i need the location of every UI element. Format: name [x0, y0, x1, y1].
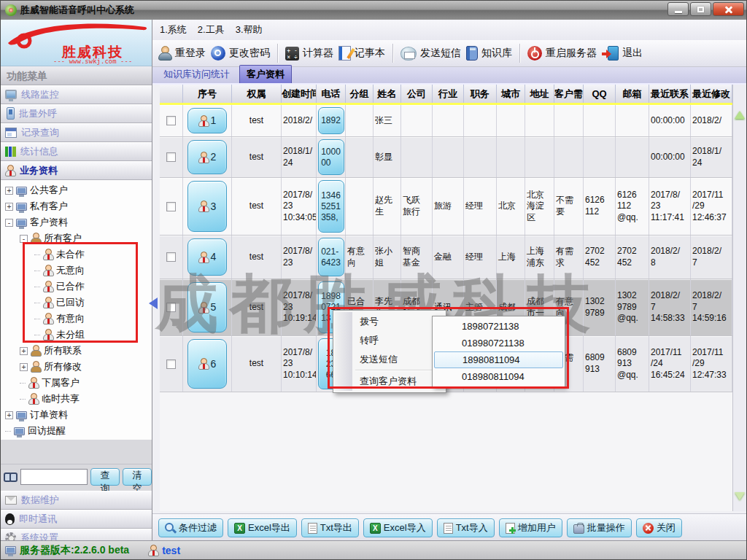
menu-item-1[interactable]: 2.工具 — [198, 23, 225, 36]
maximize-button[interactable] — [690, 2, 711, 16]
row-checkbox[interactable] — [166, 152, 176, 162]
phone-cell-button[interactable]: 1346 5251 358, — [318, 180, 344, 233]
sidebar-item-1[interactable]: 批量外呼 — [1, 104, 152, 123]
query-button[interactable]: 查询 — [90, 468, 120, 486]
column-header-12[interactable]: QQ — [584, 85, 616, 103]
tree-item-0[interactable]: +公共客户 — [1, 182, 152, 198]
sidebar-bottom-item-1[interactable]: 即时通讯 — [1, 510, 152, 529]
bottom-button-7[interactable]: 关闭 — [636, 518, 682, 537]
sidebar-bottom-item-0[interactable]: 数据维护 — [1, 491, 152, 510]
column-header-3[interactable]: 电话 — [317, 85, 346, 103]
tree-item-12[interactable]: 下属客户 — [1, 375, 152, 391]
tree-expander[interactable]: + — [5, 203, 13, 211]
phone-cell-button[interactable]: 1892 — [318, 107, 344, 134]
tree-item-7[interactable]: 已回访 — [1, 295, 152, 311]
tree-item-8[interactable]: 有意向 — [1, 311, 152, 327]
tree-item-6[interactable]: 已合作 — [1, 279, 152, 295]
row-checkbox[interactable] — [166, 359, 176, 369]
submenu-item-0[interactable]: 18980721138 — [434, 318, 563, 335]
tree-item-5[interactable]: 无意向 — [1, 262, 152, 279]
scroll-down-arrow[interactable] — [735, 492, 745, 505]
tree-expander[interactable]: + — [5, 411, 13, 419]
tree-item-14[interactable]: +订单资料 — [1, 407, 152, 423]
row-checkbox[interactable] — [166, 252, 176, 262]
sidebar-item-2[interactable]: 记录查询 — [1, 123, 152, 142]
toolbar-button-5[interactable]: 知识库 — [466, 46, 512, 61]
row-seq-button[interactable]: 5 — [187, 282, 227, 332]
row-checkbox[interactable] — [166, 303, 176, 312]
column-header-2[interactable]: 创建时间 — [282, 85, 317, 103]
column-header-9[interactable]: 城市 — [497, 85, 525, 103]
tree-item-3[interactable]: -所有客户 — [1, 230, 152, 246]
tree-expander[interactable]: - — [20, 235, 28, 243]
bottom-button-1[interactable]: Excel导出 — [228, 518, 297, 537]
submenu-item-1[interactable]: 018980721138 — [434, 335, 563, 351]
clear-button[interactable]: 清空 — [123, 468, 152, 486]
context-menu-item-3[interactable]: 查询客户资料 — [333, 372, 446, 391]
search-input[interactable] — [20, 469, 88, 485]
column-header-0[interactable]: 序号 — [183, 85, 232, 103]
toolbar-button-6[interactable]: 重启服务器 — [527, 46, 597, 61]
bottom-button-4[interactable]: Txt导入 — [437, 518, 495, 537]
row-seq-button[interactable]: 6 — [187, 339, 227, 389]
row-seq-button[interactable]: 2 — [187, 140, 227, 174]
context-menu-item-0[interactable]: 拨号 — [333, 312, 446, 331]
row-seq-button[interactable]: 4 — [187, 238, 227, 276]
tab-1[interactable]: 客户资料 — [239, 65, 292, 83]
column-header-10[interactable]: 地址 — [525, 85, 554, 103]
tree-item-9[interactable]: 未分组 — [1, 327, 152, 343]
table-scrollbar[interactable] — [732, 85, 746, 511]
bottom-button-5[interactable]: 增加用户 — [499, 518, 562, 537]
tree-item-4[interactable]: 未合作 — [1, 246, 152, 262]
tab-0[interactable]: 知识库访问统计 — [157, 66, 236, 83]
tree-item-11[interactable]: +所有修改 — [1, 359, 152, 375]
phone-cell-button[interactable]: 1000 00 — [318, 139, 344, 175]
submenu-item-2[interactable]: 18980811094 — [434, 351, 563, 368]
column-header-14[interactable]: 最近联系 — [649, 85, 691, 103]
column-header-15[interactable]: 最近修改 — [691, 85, 732, 103]
minimize-button[interactable] — [667, 2, 689, 16]
menu-item-0[interactable]: 1.系统 — [160, 23, 187, 36]
tree-item-15[interactable]: 回访提醒 — [1, 423, 152, 439]
row-seq-button[interactable]: 1 — [187, 108, 227, 133]
tree-item-1[interactable]: +私有客户 — [1, 198, 152, 214]
tree-expander[interactable]: + — [20, 363, 28, 371]
tree-expander[interactable]: + — [20, 347, 28, 355]
sidebar-item-3[interactable]: 统计信息 — [1, 142, 152, 161]
column-header-8[interactable]: 职务 — [464, 85, 497, 103]
context-menu-item-1[interactable]: 转呼 — [333, 331, 446, 350]
tree-item-10[interactable]: +所有联系 — [1, 343, 152, 359]
phone-cell-button[interactable]: 021- 6423 — [318, 238, 344, 276]
column-header-13[interactable]: 邮箱 — [616, 85, 649, 103]
toolbar-button-1[interactable]: 更改密码 — [211, 46, 270, 61]
row-checkbox[interactable] — [166, 202, 176, 211]
sidebar-item-business-data[interactable]: 业务资料 — [1, 161, 152, 180]
column-header-11[interactable]: 客户需求 — [554, 85, 584, 103]
column-header-1[interactable]: 权属 — [232, 85, 282, 103]
menu-item-2[interactable]: 3.帮助 — [236, 23, 263, 36]
bottom-button-2[interactable]: Txt导出 — [301, 518, 359, 537]
column-header-4[interactable]: 分组 — [346, 85, 374, 103]
toolbar-button-3[interactable]: 记事本 — [338, 46, 385, 61]
bottom-button-6[interactable]: 批量操作 — [567, 518, 632, 537]
toolbar-button-2[interactable]: 计算器 — [285, 47, 333, 61]
close-button[interactable] — [713, 2, 744, 16]
toolbar-button-7[interactable]: 退出 — [602, 46, 643, 61]
column-header-6[interactable]: 公司 — [401, 85, 433, 103]
sidebar-item-0[interactable]: 线路监控 — [1, 85, 152, 104]
toolbar-button-0[interactable]: 重登录 — [158, 46, 206, 61]
tree-item-2[interactable]: -客户资料 — [1, 214, 152, 230]
submenu-item-3[interactable]: 018980811094 — [434, 368, 563, 385]
bottom-button-3[interactable]: Excel导入 — [363, 518, 433, 537]
tree-item-13[interactable]: 临时共享 — [1, 391, 152, 407]
column-header-7[interactable]: 行业 — [433, 85, 464, 103]
row-checkbox[interactable] — [166, 116, 176, 125]
tree-expander[interactable]: - — [5, 219, 13, 227]
context-menu-item-2[interactable]: 发送短信 — [333, 350, 446, 369]
tree-expander[interactable]: + — [5, 187, 13, 195]
scroll-up-arrow[interactable] — [735, 106, 745, 119]
bottom-button-0[interactable]: 条件过滤 — [158, 518, 223, 537]
toolbar-button-4[interactable]: 发送短信 — [400, 47, 461, 61]
column-header-5[interactable]: 姓名 — [374, 85, 401, 103]
row-seq-button[interactable]: 3 — [187, 181, 227, 232]
